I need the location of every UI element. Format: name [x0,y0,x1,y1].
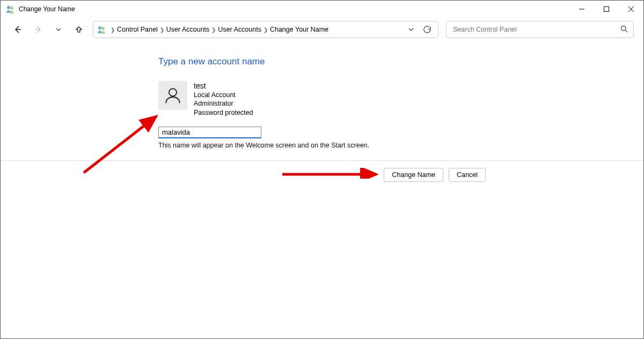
address-bar[interactable]: ❯ Control Panel ❯ User Accounts ❯ User A… [93,21,438,38]
svg-line-11 [625,30,627,32]
forward-button[interactable] [32,23,45,36]
search-box[interactable] [446,21,634,38]
back-button[interactable] [11,23,24,36]
breadcrumb-item[interactable]: User Accounts [166,26,210,33]
svg-point-0 [7,6,10,9]
svg-line-4 [628,6,634,12]
account-role: Administrator [194,99,253,108]
chevron-down-icon[interactable] [406,27,416,32]
account-protection: Password protected [194,108,253,117]
minimize-button[interactable] [569,1,594,18]
maximize-button[interactable] [594,1,619,18]
breadcrumb-item[interactable]: Change Your Name [270,26,328,33]
recent-locations-button[interactable] [52,23,65,36]
breadcrumb-item[interactable]: User Accounts [218,26,261,33]
up-button[interactable] [72,23,85,36]
page-heading: Type a new account name [158,56,502,67]
name-hint: This name will appear on the Welcome scr… [158,142,502,149]
search-input[interactable] [452,25,620,34]
svg-point-12 [169,89,177,96]
annotation-arrow-icon [81,95,164,175]
change-name-button[interactable]: Change Name [384,168,443,182]
account-type: Local Account [194,91,253,99]
refresh-button[interactable] [420,26,435,33]
breadcrumb-item[interactable]: Control Panel [117,26,158,33]
svg-line-5 [628,6,634,12]
svg-point-1 [10,6,13,10]
account-name: test [194,81,253,91]
close-button[interactable] [619,1,643,18]
section-divider [1,160,643,161]
cancel-button[interactable]: Cancel [449,168,486,182]
chevron-right-icon: ❯ [264,27,268,33]
user-accounts-crumb-icon [97,25,106,34]
search-icon[interactable] [620,25,628,34]
svg-point-9 [101,27,105,30]
chevron-right-icon: ❯ [111,27,115,33]
new-name-input[interactable] [158,127,261,138]
chevron-right-icon: ❯ [160,27,164,33]
user-accounts-app-icon [6,5,14,13]
chevron-right-icon: ❯ [211,27,216,33]
svg-line-13 [84,116,156,173]
svg-point-10 [621,26,626,31]
window-title: Change Your Name [19,5,75,13]
svg-rect-3 [604,7,609,12]
user-avatar [158,81,187,110]
svg-point-8 [98,26,101,30]
